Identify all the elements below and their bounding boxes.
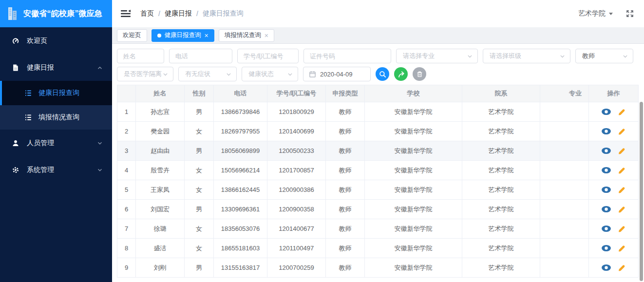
edit-button[interactable] [618, 186, 626, 194]
pencil-icon [618, 186, 626, 194]
cell-major [540, 239, 589, 258]
view-button[interactable] [601, 244, 611, 252]
view-button[interactable] [601, 108, 611, 115]
tab-welcome[interactable]: 欢迎页 [117, 29, 147, 42]
tab-daily-query[interactable]: 健康日报查询× [152, 29, 214, 42]
edit-button[interactable] [618, 263, 626, 272]
cell-school: 安徽新华学院 [365, 200, 462, 219]
table-row: 9刘刚男131551638171200700259教师安徽新华学院艺术学院 [117, 258, 639, 278]
cell-school: 安徽新华学院 [365, 102, 462, 122]
table-row: 3赵由由男180560698991200500233教师安徽新华学院艺术学院 [117, 141, 639, 161]
cell-department: 艺术学院 [462, 141, 540, 161]
cell-major [540, 102, 589, 122]
sidebar-collapse-icon[interactable] [121, 9, 131, 18]
eye-icon [601, 108, 611, 115]
select-value: 健康状态 [248, 70, 274, 78]
search-button[interactable] [376, 67, 389, 81]
sidebar-item-welcome[interactable]: 欢迎页 [0, 27, 112, 54]
cell-phone: 18056069899 [214, 141, 267, 161]
filter-row-2: 是否医学隔离有无症状健康状态2020-04-09 [117, 67, 644, 81]
id-number-input[interactable] [303, 49, 391, 63]
document-icon [12, 64, 19, 72]
cell-phone: 13866162445 [214, 180, 267, 200]
sidebar-item-report-status[interactable]: 填报情况查询 [0, 105, 112, 130]
breadcrumb-item[interactable]: 健康日报 [165, 9, 192, 18]
main-area: 首页/健康日报/健康日报查询 艺术学院 欢迎页健康日报查询×填报情况查询× [112, 0, 644, 282]
cell-name: 樊金园 [136, 122, 185, 141]
col-header-name: 姓名 [136, 85, 185, 102]
cell-department: 艺术学院 [462, 219, 540, 239]
trash-icon [416, 71, 423, 78]
role-select[interactable]: 教师 [575, 49, 633, 63]
sidebar-item-system[interactable]: 系统管理 [0, 156, 112, 183]
view-button[interactable] [601, 225, 611, 232]
edit-button[interactable] [618, 244, 626, 252]
vertical-scrollbar[interactable] [640, 102, 643, 281]
cell-index: 1 [117, 102, 136, 122]
eye-icon [601, 225, 611, 232]
view-button[interactable] [601, 264, 611, 271]
edit-button[interactable] [618, 166, 626, 174]
name-input[interactable] [117, 49, 164, 63]
app-title: 安徽省“皖校康”微应急 [23, 9, 102, 19]
edit-button[interactable] [618, 127, 626, 135]
tab-label: 填报情况查询 [225, 31, 261, 39]
cell-phone: 13866739846 [214, 102, 267, 122]
tab-report-status[interactable]: 填报情况查询× [219, 29, 274, 42]
cell-report_type: 教师 [326, 239, 365, 258]
app-root: 安徽省“皖校康”微应急 欢迎页健康日报健康日报查询填报情况查询人员管理系统管理 … [0, 0, 644, 282]
view-button[interactable] [601, 206, 611, 213]
calendar-icon [309, 71, 316, 78]
class-select[interactable]: 请选择班级 [483, 49, 570, 63]
breadcrumb-item[interactable]: 首页 [140, 9, 154, 18]
health-status-select[interactable]: 健康状态 [242, 67, 298, 81]
phone-input[interactable] [169, 49, 232, 63]
cell-staff_id: 1200700259 [267, 258, 326, 278]
building-icon [6, 6, 19, 21]
org-dropdown[interactable]: 艺术学院 [578, 9, 613, 18]
sidebar-item-personnel[interactable]: 人员管理 [0, 130, 112, 156]
symptoms-select[interactable]: 有无症状 [178, 67, 237, 81]
export-button[interactable] [394, 67, 408, 81]
delete-button[interactable] [413, 67, 426, 81]
medical-isolation-select[interactable]: 是否医学隔离 [117, 67, 173, 81]
cell-school: 安徽新华学院 [365, 258, 462, 278]
view-button[interactable] [601, 186, 611, 193]
date-picker[interactable]: 2020-04-09 [303, 67, 371, 81]
eye-icon [601, 128, 611, 135]
cell-department: 艺术学院 [462, 102, 540, 122]
cell-school: 安徽新华学院 [365, 239, 462, 258]
edit-button[interactable] [618, 108, 626, 116]
edit-button[interactable] [618, 225, 626, 233]
cell-gender: 男 [185, 200, 214, 219]
close-icon[interactable]: × [205, 32, 208, 39]
sidebar-item-daily-report[interactable]: 健康日报 [0, 54, 112, 81]
eye-icon [601, 206, 611, 213]
edit-button[interactable] [618, 205, 626, 213]
table-row: 8盛洁女186551816031201100497教师安徽新华学院艺术学院 [117, 239, 639, 258]
col-header-gender: 性别 [185, 85, 214, 102]
view-button[interactable] [601, 128, 611, 135]
cell-actions [589, 161, 639, 180]
date-value: 2020-04-09 [320, 71, 353, 78]
close-icon[interactable]: × [265, 32, 268, 39]
staff-id-input[interactable] [237, 49, 299, 63]
sidebar-item-daily-query[interactable]: 健康日报查询 [0, 81, 112, 105]
col-header-actions: 操作 [589, 85, 639, 102]
cell-department: 艺术学院 [462, 180, 540, 200]
eye-icon [601, 244, 611, 252]
cell-major [540, 161, 589, 180]
table-row: 1孙志宜男138667398461201800929教师安徽新华学院艺术学院 [117, 102, 639, 122]
gear-icon [12, 166, 19, 174]
edit-button[interactable] [618, 147, 626, 155]
view-button[interactable] [601, 167, 611, 174]
cell-name: 王家凤 [136, 180, 185, 200]
breadcrumb-separator: / [158, 10, 160, 18]
topbar: 首页/健康日报/健康日报查询 艺术学院 [112, 0, 644, 27]
major-select[interactable]: 请选择专业 [396, 49, 478, 63]
fullscreen-icon[interactable] [625, 9, 634, 18]
select-value: 教师 [582, 52, 595, 60]
view-button[interactable] [601, 147, 611, 154]
chevron-down-icon [96, 140, 103, 147]
sidebar-item-label: 人员管理 [27, 139, 96, 148]
